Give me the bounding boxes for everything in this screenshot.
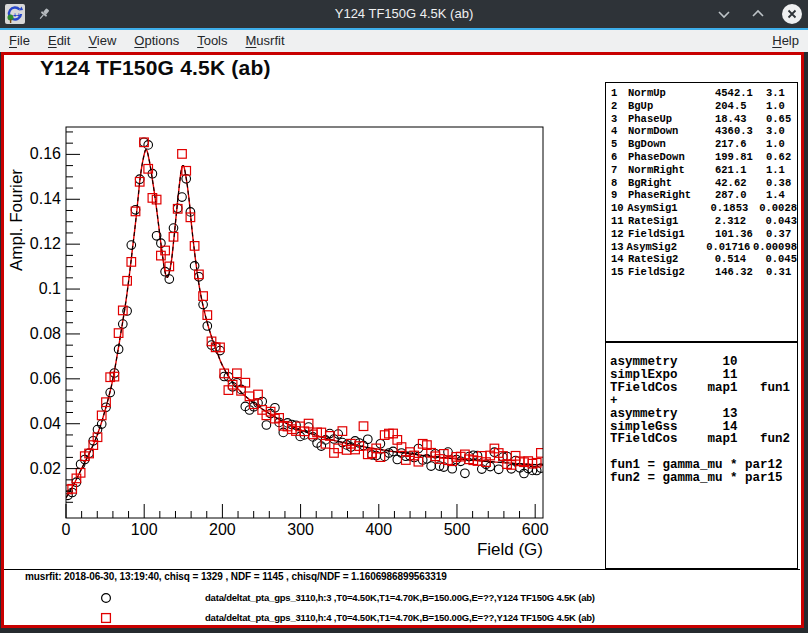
parameter-row: 13AsymSig20.017160.00098 (611, 241, 797, 254)
param-err: 3.0 (766, 125, 785, 138)
param-name: BgUp (628, 100, 715, 113)
param-err: 1.0 (766, 100, 785, 113)
parameter-row: 1NormUp4542.13.1 (611, 87, 797, 100)
param-name: BgRight (628, 177, 715, 190)
menubar: FileEditViewOptionsToolsMusrfit Help (0, 30, 808, 52)
param-idx: 11 (611, 215, 628, 228)
param-val: 287.0 (715, 189, 766, 202)
square-marker-icon (100, 612, 112, 624)
param-err: 0.62 (766, 151, 791, 164)
menu-musrfit[interactable]: Musrfit (237, 30, 294, 52)
param-err: 1.4 (766, 189, 785, 202)
parameter-row: 14RateSig20.5140.045 (611, 253, 797, 266)
parameter-row: 6PhaseDown199.810.62 (611, 151, 797, 164)
param-name: PhaseDown (628, 151, 715, 164)
param-name: FieldSig2 (628, 266, 715, 279)
param-idx: 2 (611, 100, 628, 113)
fit-statistics-text: musrfit: 2018-06-30, 13:19:40, chisq = 1… (25, 571, 447, 582)
param-val: 4542.1 (715, 87, 766, 100)
legend-label: data/deltat_pta_gps_3110,h:3 ,T0=4.50K,T… (205, 592, 595, 603)
param-name: FieldSig1 (628, 228, 715, 241)
parameter-row: 11RateSig12.3120.043 (611, 215, 797, 228)
param-idx: 7 (611, 164, 628, 177)
param-idx: 12 (611, 228, 628, 241)
circle-marker-icon (100, 592, 112, 604)
parameter-row: 7NormRight621.11.1 (611, 164, 797, 177)
menu-options[interactable]: Options (125, 30, 188, 52)
maximize-button[interactable] (748, 4, 768, 24)
param-val: 199.81 (715, 151, 766, 164)
param-err: 0.31 (766, 266, 791, 279)
theory-line: TFieldCos map1 fun2 (610, 433, 797, 446)
param-name: AsymSig1 (627, 202, 710, 215)
titlebar[interactable]: ++ Y124 TF150G 4.5K (ab) (0, 0, 808, 28)
theory-line: asymmetry 10 (610, 356, 797, 369)
param-err: 0.65 (766, 113, 791, 126)
menu-items: FileEditViewOptionsToolsMusrfit (0, 30, 294, 52)
menu-view[interactable]: View (79, 30, 125, 52)
param-val: 217.6 (715, 138, 766, 151)
param-err: 0.0028 (759, 202, 797, 215)
param-err: 0.37 (766, 228, 791, 241)
parameter-row: 2BgUp204.51.0 (611, 100, 797, 113)
param-val: 2.312 (715, 215, 766, 228)
param-idx: 14 (611, 253, 628, 266)
param-err: 0.043 (765, 215, 797, 228)
menu-items-right: Help (763, 30, 808, 52)
param-name: NormRight (628, 164, 715, 177)
param-idx: 15 (611, 266, 628, 279)
window-controls (714, 0, 802, 28)
theory-line: fun2 = gamma_mu * par15 (610, 472, 797, 485)
close-button[interactable] (782, 4, 802, 24)
parameter-row: 8BgRight42.620.38 (611, 177, 797, 190)
param-name: RateSig1 (628, 215, 715, 228)
legend-entry-h4: data/deltat_pta_gps_3110,h:4 ,T0=4.50K,T… (0, 611, 790, 625)
param-name: BgDown (628, 138, 715, 151)
parameter-row: 9PhaseRight287.01.4 (611, 189, 797, 202)
param-val: 621.1 (715, 164, 766, 177)
param-idx: 13 (611, 241, 627, 254)
param-err: 3.1 (766, 87, 785, 100)
plot-title: Y124 TF150G 4.5K (ab) (40, 56, 271, 80)
param-val: 18.43 (715, 113, 766, 126)
menu-tools[interactable]: Tools (188, 30, 236, 52)
parameter-row: 12FieldSig1101.360.37 (611, 228, 797, 241)
window-title: Y124 TF150G 4.5K (ab) (0, 0, 808, 28)
param-idx: 5 (611, 138, 628, 151)
param-err: 0.00098 (753, 241, 797, 254)
param-idx: 10 (611, 202, 627, 215)
param-val: 101.36 (715, 228, 766, 241)
param-err: 1.1 (766, 164, 785, 177)
param-err: 0.045 (765, 253, 797, 266)
param-idx: 6 (611, 151, 628, 164)
menu-file[interactable]: File (0, 30, 39, 52)
minimize-button[interactable] (714, 4, 734, 24)
param-val: 42.62 (715, 177, 766, 190)
menu-edit[interactable]: Edit (39, 30, 79, 52)
theory-line: + (610, 395, 797, 408)
legend-label: data/deltat_pta_gps_3110,h:4 ,T0=4.50K,T… (205, 612, 595, 623)
theory-line: simplExpo 11 (610, 369, 797, 382)
theory-line: asymmetry 13 (610, 408, 797, 421)
parameter-row: 10AsymSig10.18530.0028 (611, 202, 797, 215)
param-idx: 3 (611, 113, 628, 126)
param-val: 0.1853 (710, 202, 759, 215)
param-name: AsymSig2 (627, 241, 707, 254)
fit-parameters-box: 1NormUp4542.13.12BgUp204.51.03PhaseUp18.… (605, 82, 798, 342)
theory-function-box: asymmetry 10simplExpo 11TFieldCos map1 f… (605, 342, 798, 569)
menu-help[interactable]: Help (763, 30, 808, 52)
param-name: NormDown (628, 125, 715, 138)
param-name: RateSig2 (628, 253, 715, 266)
param-name: PhaseUp (628, 113, 715, 126)
param-err: 1.0 (766, 138, 785, 151)
parameter-row: 15FieldSig2146.320.31 (611, 266, 797, 279)
param-name: PhaseRight (628, 189, 715, 202)
param-val: 204.5 (715, 100, 766, 113)
param-val: 0.514 (715, 253, 766, 266)
param-err: 0.38 (766, 177, 791, 190)
parameter-row: 5BgDown217.61.0 (611, 138, 797, 151)
param-val: 4360.3 (715, 125, 766, 138)
param-idx: 9 (611, 189, 628, 202)
param-val: 146.32 (715, 266, 766, 279)
param-idx: 4 (611, 125, 628, 138)
